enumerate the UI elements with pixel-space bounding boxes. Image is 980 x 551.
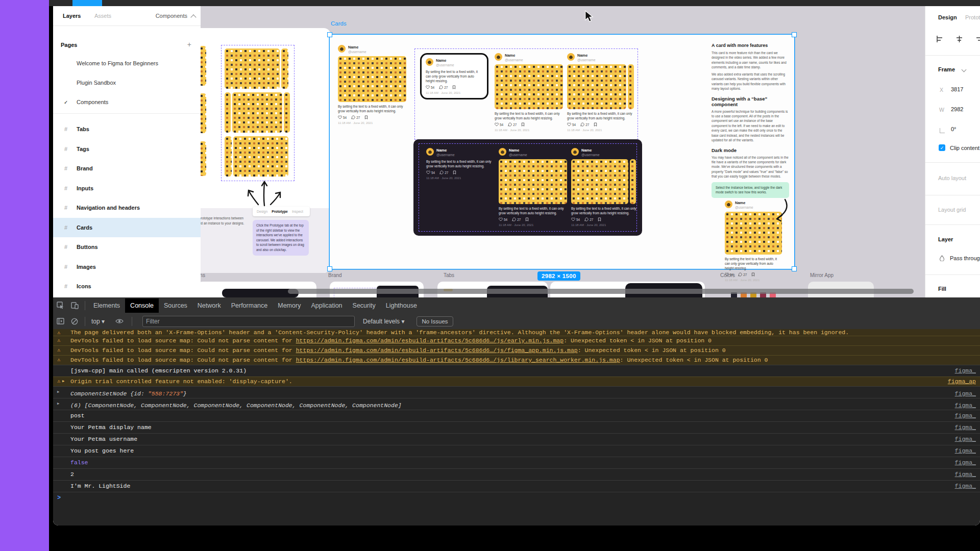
selection-handle[interactable] <box>327 32 332 37</box>
like-icon[interactable]: 54 <box>426 85 434 89</box>
tab-design[interactable]: Design <box>938 14 957 20</box>
comment-icon[interactable]: 27 <box>580 122 589 127</box>
console-sidebar-toggle-icon[interactable] <box>56 317 65 326</box>
cards-frame[interactable]: Name@usernameBy setting the text to a fi… <box>330 35 794 269</box>
dark-component-panel[interactable]: Name@usernameBy setting the text to a fi… <box>413 139 642 236</box>
expand-triangle-icon[interactable]: ▶ <box>57 390 59 394</box>
layer-item-navigation-and-headers[interactable]: #Navigation and headers <box>53 198 201 218</box>
layer-item-buttons[interactable]: #Buttons <box>53 237 201 257</box>
bookmark-icon[interactable] <box>594 122 597 127</box>
carousel-component-set[interactable] <box>221 45 295 181</box>
devtools-tab-security[interactable]: Security <box>348 298 381 313</box>
console-source-link[interactable]: figma_ <box>955 424 976 431</box>
tab-assets[interactable]: Assets <box>94 13 111 19</box>
dark-variant-image[interactable]: Name@usernameBy setting the text to a fi… <box>499 148 567 227</box>
blend-mode-value[interactable]: Pass through <box>950 255 980 261</box>
layout-grid-section[interactable]: Layout grid <box>938 207 966 213</box>
context-selector[interactable]: top ▾ <box>91 318 105 325</box>
bookmark-icon[interactable] <box>452 85 456 89</box>
frame-label-buttons[interactable]: Buttons <box>201 272 205 278</box>
component-variant-text[interactable]: Name@usernameBy setting the text to a fi… <box>420 53 488 99</box>
layer-item-inputs[interactable]: #Inputs <box>53 179 201 198</box>
console-source-link[interactable]: figma_ <box>955 483 976 489</box>
like-icon[interactable]: 54 <box>338 115 347 119</box>
console-source-link[interactable]: figma_ <box>955 402 976 409</box>
devtools-tab-console[interactable]: Console <box>125 298 159 313</box>
blend-mode-icon[interactable] <box>939 255 945 261</box>
console-source-link[interactable]: figma_ap <box>948 378 976 385</box>
console-source-link[interactable]: figma_ <box>955 459 976 466</box>
bookmark-icon[interactable] <box>364 115 368 119</box>
devtools-tab-sources[interactable]: Sources <box>159 298 192 313</box>
add-page-icon[interactable]: + <box>187 42 191 47</box>
frame-label-tabs[interactable]: Tabs <box>444 272 454 278</box>
like-icon[interactable]: 54 <box>426 170 435 174</box>
devtools-tab-application[interactable]: Application <box>306 298 347 313</box>
console-source-link[interactable]: figma_ <box>955 471 976 478</box>
tab-layers[interactable]: Layers <box>63 13 81 19</box>
like-icon[interactable]: 54 <box>567 122 576 127</box>
align-right-icon[interactable] <box>975 36 980 42</box>
canvas[interactable]: Design Prototype Inspect Click the Proto… <box>201 6 925 297</box>
bookmark-icon[interactable] <box>525 217 529 221</box>
console-source-link[interactable]: figma_ <box>955 367 976 374</box>
collapse-icon[interactable] <box>190 14 196 20</box>
page-item[interactable]: Plugin Sandbox <box>53 73 201 92</box>
devtools-tab-network[interactable]: Network <box>192 298 226 313</box>
console-filter-input[interactable] <box>142 316 355 327</box>
inspect-element-icon[interactable] <box>56 301 65 310</box>
comment-icon[interactable]: 27 <box>584 217 593 221</box>
bookmark-icon[interactable] <box>453 170 456 174</box>
console-source-link[interactable]: figma_ <box>955 436 976 442</box>
tab-prototype[interactable]: Prototype <box>965 14 980 20</box>
align-center-icon[interactable] <box>956 36 963 42</box>
mini-tab-inspect[interactable]: Inspect <box>292 210 303 213</box>
layer-item-brand[interactable]: #Brand <box>53 159 201 179</box>
dark-variant-text[interactable]: Name@usernameBy setting the text to a fi… <box>426 148 493 180</box>
comment-icon[interactable]: 27 <box>508 122 517 127</box>
panel-header-components[interactable]: Components <box>156 13 187 19</box>
devtools-tab-performance[interactable]: Performance <box>226 298 273 313</box>
dark-component-set[interactable]: Name@usernameBy setting the text to a fi… <box>419 143 637 232</box>
auto-layout-section[interactable]: Auto layout <box>938 175 966 181</box>
comment-icon[interactable]: 27 <box>351 115 360 119</box>
comment-icon[interactable]: 27 <box>439 170 448 174</box>
frame-label-cards[interactable]: Cards <box>331 20 347 27</box>
chevron-down-icon[interactable] <box>962 67 967 72</box>
base-card[interactable]: Name@usernameBy setting the text to a fi… <box>338 45 406 124</box>
active-tool-button[interactable] <box>72 0 102 6</box>
layer-item-cards[interactable]: #Cards <box>53 218 201 238</box>
page-item[interactable]: ✓Components <box>53 92 201 112</box>
console-source-link[interactable]: figma_ <box>955 447 976 454</box>
light-component-set[interactable]: Name@usernameBy setting the text to a fi… <box>414 48 638 140</box>
log-levels-selector[interactable]: Default levels ▾ <box>363 318 404 325</box>
align-left-icon[interactable] <box>937 36 943 42</box>
mini-tab-design[interactable]: Design <box>257 210 267 213</box>
comment-icon[interactable]: 27 <box>439 85 448 89</box>
selection-handle[interactable] <box>327 266 332 271</box>
frame-section-title[interactable]: Frame <box>938 66 955 72</box>
bookmark-icon[interactable] <box>598 217 601 221</box>
prompt-chevron-icon[interactable]: > <box>57 494 61 502</box>
layer-item-tags[interactable]: #Tags <box>53 139 201 159</box>
component-variant-carousel[interactable]: Name@usernameBy setting the text to a fi… <box>567 53 634 132</box>
no-issues-button[interactable]: No Issues <box>416 316 453 327</box>
device-toolbar-icon[interactable] <box>70 301 79 310</box>
comment-icon[interactable]: 27 <box>738 272 747 277</box>
console-source-link[interactable]: figma_ <box>955 390 976 397</box>
console-source-link[interactable]: figma_ <box>955 412 976 419</box>
layer-item-icons[interactable]: #Icons <box>53 277 201 296</box>
devtools-tab-elements[interactable]: Elements <box>88 298 125 313</box>
frame-label-brand[interactable]: Brand <box>328 272 342 278</box>
frame-label-mirror-app[interactable]: Mirror App <box>810 272 834 278</box>
live-expression-eye-icon[interactable] <box>115 317 124 326</box>
clear-console-icon[interactable] <box>70 317 79 326</box>
selection-handle[interactable] <box>792 266 797 271</box>
devtools-tab-memory[interactable]: Memory <box>273 298 306 313</box>
expand-triangle-icon[interactable]: ▶ <box>62 379 64 383</box>
rotation-value[interactable]: 0° <box>951 126 957 132</box>
expand-triangle-icon[interactable]: ▶ <box>57 402 59 406</box>
selection-handle[interactable] <box>792 32 797 37</box>
mini-tab-prototype[interactable]: Prototype <box>272 210 288 213</box>
layer-item-tabs[interactable]: #Tabs <box>53 119 201 139</box>
